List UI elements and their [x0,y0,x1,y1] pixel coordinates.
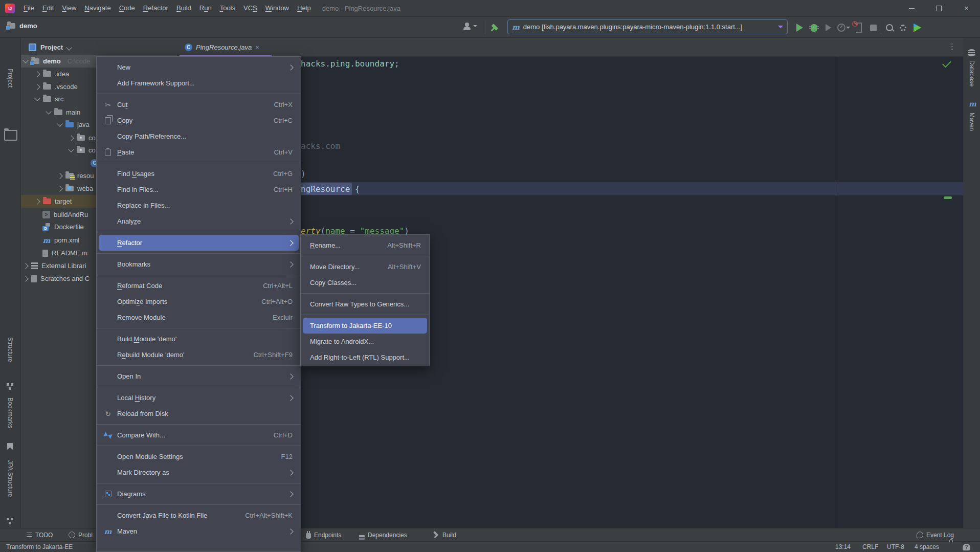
run-button[interactable] [794,22,805,33]
menu-item-replace-in-files[interactable]: Replace in Files... [99,197,299,213]
tab-pingresource[interactable]: C PingResource.java × [180,38,264,56]
menu-build[interactable]: Build [172,0,195,16]
inspections-ok-icon[interactable] [942,59,951,68]
stripe-database-button[interactable]: Database [968,60,975,86]
submenu-item-convert-raw-types[interactable]: Convert Raw Types to Generics... [303,296,427,312]
bookmark-icon[interactable] [7,443,13,450]
tree-item-label: main [66,108,80,116]
code-line-package[interactable]: hacks.ping.boundary; [301,57,399,70]
menu-item-open-in[interactable]: Open In [99,368,299,384]
run-with-coverage-button[interactable] [822,22,834,33]
menu-navigate[interactable]: Navigate [80,0,115,16]
run-configuration-select[interactable]: m demo [fish.payara.maven.plugins:payara… [507,19,788,34]
menu-item-copy-path[interactable]: Copy Path/Reference... [99,128,299,144]
menu-item-find-usages[interactable]: Find UsagesCtrl+G [99,166,299,182]
profiler-dropdown[interactable] [845,22,851,33]
menu-item-reformat-code[interactable]: Reformat CodeCtrl+Alt+L [99,278,299,294]
build-button[interactable]: Build [433,528,456,541]
menu-item-cut[interactable]: ✂CutCtrl+X [99,97,299,113]
notifications-widget[interactable]: ? [963,542,970,552]
event-log-button[interactable]: Event Log [917,528,954,541]
structure-icon[interactable] [7,383,9,386]
submenu-item-migrate-to-androidx[interactable]: Migrate to AndroidX... [303,334,427,349]
toolbar-project-widget[interactable]: demo [7,22,37,30]
maximize-icon [936,6,942,11]
stripe-project-button[interactable]: Project [7,69,14,87]
menu-item-copy[interactable]: CopyCtrl+C [99,113,299,128]
menu-item-build-module[interactable]: Build Module 'demo' [99,331,299,347]
encoding-widget[interactable]: UTF-8 [887,542,904,552]
menu-item-maven[interactable]: mMaven [99,523,299,539]
menu-item-rebuild-module[interactable]: Rebuild Module 'demo'Ctrl+Shift+F9 [99,347,299,363]
menu-item-remove-module[interactable]: Remove ModuleExcluir [99,310,299,325]
stop-button[interactable] [867,22,879,33]
menu-window[interactable]: Window [261,0,293,16]
jpa-structure-icon[interactable] [7,518,9,520]
menu-item-mark-directory-as[interactable]: Mark Directory as [99,465,299,480]
menu-item-open-module-settings[interactable]: Open Module SettingsF12 [99,449,299,465]
window-title: demo - PingResource.java [322,5,400,12]
plugin-logo-button[interactable] [911,22,923,33]
stripe-jpa-structure-button[interactable]: JPA Structure [7,460,14,497]
endpoints-button[interactable]: Endpoints [306,528,341,541]
editor-options-icon[interactable]: ⋮ [948,42,956,51]
build-project-button[interactable] [489,22,500,33]
menu-item-find-in-files[interactable]: Find in Files...Ctrl+H [99,182,299,197]
menu-vcs[interactable]: VCS [239,0,261,16]
debug-button[interactable] [808,22,819,33]
title-bar: IJ File Edit View Navigate Code Refactor… [0,0,980,17]
menu-view[interactable]: View [58,0,80,16]
submenu-item-copy-classes[interactable]: Copy Classes... [303,275,427,291]
menu-item-compare-with[interactable]: Compare With...Ctrl+D [99,427,299,443]
code-line-paren[interactable]: ) [301,167,306,180]
chevron-right-icon [57,186,62,191]
menu-item-bookmarks[interactable]: Bookmarks [99,256,299,272]
close-button[interactable]: × [953,0,980,16]
submenu-item-rename[interactable]: Rename...Alt+Shift+R [303,237,427,253]
indent-widget[interactable]: 4 spaces [915,542,939,552]
line-ending-widget[interactable]: CRLF [862,542,878,552]
menu-item-add-framework-support[interactable]: Add Framework Support... [99,75,299,91]
menu-item-new[interactable]: New [99,59,299,75]
submenu-item-move-directory[interactable]: Move Directory...Alt+Shift+V [303,259,427,275]
project-panel-header[interactable]: Project [21,38,177,56]
tab-close-icon[interactable]: × [255,43,259,51]
menu-code[interactable]: Code [115,0,139,16]
menu-item-refactor[interactable]: Refactor [99,235,299,251]
stripe-bookmarks-button[interactable]: Bookmarks [7,398,14,428]
menu-refactor[interactable]: Refactor [139,0,172,16]
dependencies-button[interactable]: Dependencies [359,528,407,541]
submenu-item-transform-to-jakarta-ee-10[interactable]: Transform to Jakarta-EE-10 [303,318,427,334]
commander-icon[interactable] [4,130,17,141]
menu-run[interactable]: Run [195,0,216,16]
menu-item-optimize-imports[interactable]: Optimize ImportsCtrl+Alt+O [99,294,299,310]
submenu-item-add-rtl-support[interactable]: Add Right-to-Left (RTL) Support... [303,349,427,365]
search-everywhere-button[interactable] [884,22,895,33]
menu-tools[interactable]: Tools [216,0,239,16]
code-line-class-decl[interactable]: ngResource { [301,183,360,195]
minimize-button[interactable] [898,0,925,16]
stripe-structure-button[interactable]: Structure [7,337,14,362]
stripe-maven-button[interactable]: Maven [968,113,975,131]
attach-debugger-button[interactable] [853,22,864,33]
maximize-button[interactable] [925,0,952,16]
menu-help[interactable]: Help [293,0,315,16]
minimize-icon [909,8,915,9]
menu-item-paste[interactable]: PasteCtrl+V [99,144,299,160]
todo-button[interactable]: TODO [27,528,53,541]
database-icon[interactable] [968,49,975,56]
menu-edit[interactable]: Edit [38,0,58,16]
menu-item-analyze[interactable]: Analyze [99,213,299,229]
menu-separator [97,365,301,366]
menu-file[interactable]: File [19,0,38,16]
menu-item-convert-java-to-kotlin[interactable]: Convert Java File to Kotlin FileCtrl+Alt… [99,507,299,523]
caret-position-widget[interactable]: 13:14 [835,542,851,552]
menu-item-local-history[interactable]: Local History [99,390,299,406]
problems-button[interactable]: ! Probl [69,528,93,541]
settings-button[interactable] [897,22,908,33]
user-profile-button[interactable] [463,22,477,30]
maven-icon[interactable]: m [969,100,976,107]
code-line-comment[interactable]: acks.com [301,140,340,152]
menu-item-reload-from-disk[interactable]: ↻Reload from Disk [99,406,299,422]
menu-item-diagrams[interactable]: Diagrams [99,486,299,502]
